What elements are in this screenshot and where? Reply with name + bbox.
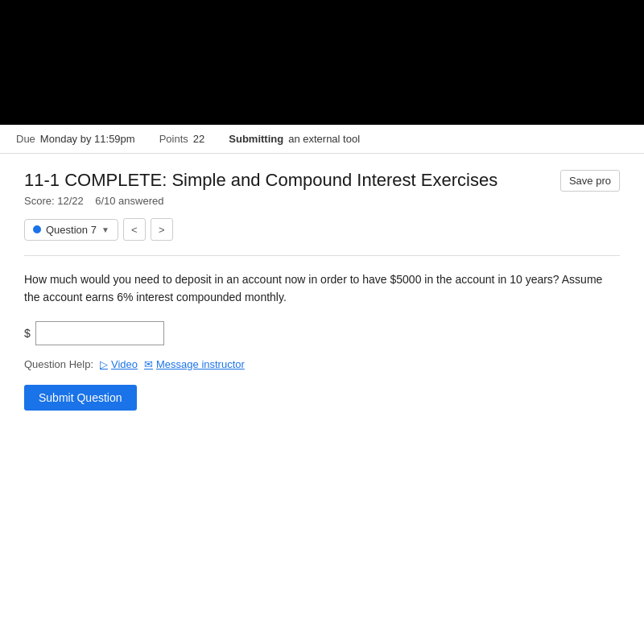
assignment-header: 11-1 COMPLETE: Simple and Compound Inter… [24,170,620,192]
video-label: Video [111,358,138,370]
question-status-dot [33,225,41,233]
points-value: 22 [193,133,204,145]
due-item: Due Monday by 11:59pm [16,133,135,145]
video-icon: ▷ [100,358,108,370]
video-link[interactable]: ▷ Video [100,358,138,370]
answer-input[interactable] [35,321,164,345]
answered-value: 6/10 answered [95,195,163,207]
points-item: Points 22 [159,133,205,145]
due-label: Due [16,133,35,145]
chevron-down-icon: ▼ [101,225,109,234]
meta-bar: Due Monday by 11:59pm Points 22 Submitti… [0,125,644,154]
divider [24,255,620,256]
answer-row: $ [24,321,620,345]
assignment-title: 11-1 COMPLETE: Simple and Compound Inter… [24,170,497,191]
message-instructor-link[interactable]: ✉ Message instructor [144,358,245,370]
points-label: Points [159,133,188,145]
help-row: Question Help: ▷ Video ✉ Message instruc… [24,358,620,370]
help-label: Question Help: [24,358,93,370]
submitting-label: Submitting [229,133,283,145]
submitting-value: an external tool [288,133,360,145]
score-value: Score: 12/22 [24,195,84,207]
submit-question-button[interactable]: Submit Question [24,385,137,411]
due-value: Monday by 11:59pm [40,133,135,145]
question-dropdown[interactable]: Question 7 ▼ [24,219,118,241]
question-nav: Question 7 ▼ < > [24,218,620,241]
score-line: Score: 12/22 6/10 answered [24,195,620,207]
next-question-button[interactable]: > [151,218,173,241]
question-label: Question 7 [46,224,97,236]
save-pro-button[interactable]: Save pro [560,170,620,192]
message-instructor-label: Message instructor [156,358,245,370]
mail-icon: ✉ [144,358,153,370]
submitting-item: Submitting an external tool [229,133,360,145]
content-area: 11-1 COMPLETE: Simple and Compound Inter… [0,154,644,427]
dollar-sign: $ [24,327,31,340]
question-text: How much would you need to deposit in an… [24,270,620,307]
prev-question-button[interactable]: < [123,218,146,241]
